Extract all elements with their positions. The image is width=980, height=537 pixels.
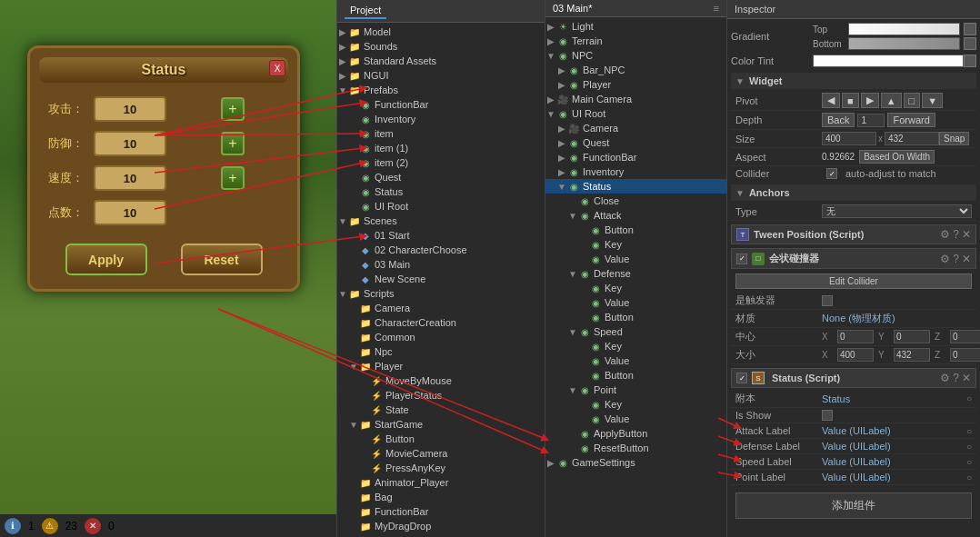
project-tree-item[interactable]: ◉Status (337, 184, 545, 199)
bottom-gradient-picker[interactable] (964, 37, 976, 50)
project-tree-item[interactable]: 📁Common (337, 330, 545, 344)
pivot-center-h[interactable]: ■ (842, 93, 859, 108)
collider-help-icon[interactable]: ? (953, 253, 959, 265)
add-component-button[interactable]: 添加组件 (735, 492, 972, 519)
scene-tree-item[interactable]: ◉Close (545, 194, 726, 208)
sx-input[interactable] (837, 348, 874, 362)
project-tree-item[interactable]: 📁CharacterCreation (337, 315, 545, 330)
scene-tree-item[interactable]: ◉Value (545, 412, 726, 426)
collider-component-header[interactable]: □ 会状碰撞器 ⚙ ? ✕ (731, 248, 976, 269)
sy-input[interactable] (894, 348, 930, 362)
scene-tree-item[interactable]: ▶◉FunctionBar (545, 150, 726, 164)
depth-back-btn[interactable]: Back (822, 113, 855, 127)
scene-tree-item[interactable]: ▼◉Status (545, 179, 726, 194)
color-tint-picker[interactable] (964, 55, 976, 67)
scene-tree-item[interactable]: ▶🎥Main Camera (545, 92, 726, 106)
close-button[interactable]: X (269, 60, 285, 76)
cx-input[interactable] (837, 330, 874, 343)
project-tree-item[interactable]: ▼📁Scenes (337, 214, 545, 228)
project-tree-item[interactable]: ◉item (2) (337, 155, 545, 170)
project-tree-item[interactable]: ▼📁Player (337, 359, 545, 373)
apply-button[interactable]: Apply (65, 244, 147, 275)
scene-tree-item[interactable]: ▼◉NPC (545, 48, 726, 63)
scene-tree-item[interactable]: ▶◉Inventory (545, 164, 726, 179)
scene-tree-item[interactable]: ▶◉Bar_NPC (545, 63, 726, 77)
edit-collider-button[interactable]: Edit Collider (735, 273, 972, 289)
status-script-header[interactable]: S Status (Script) ⚙ ? ✕ (731, 368, 976, 388)
is-show-checkbox[interactable] (822, 410, 833, 421)
project-tree-item[interactable]: ◆03 Main (337, 257, 545, 272)
project-tree-item[interactable]: ▶📁Sounds (337, 39, 545, 54)
project-tree-item[interactable]: 📁Camera (337, 301, 545, 315)
status-settings-icon[interactable]: ⚙ (940, 372, 950, 384)
size-width-input[interactable] (822, 132, 876, 145)
project-tree-item[interactable]: ⚡Button (337, 432, 545, 446)
project-tree-item[interactable]: ⚡State (337, 403, 545, 417)
anchors-section[interactable]: ▼ Anchors (731, 184, 976, 201)
is-trigger-checkbox[interactable] (822, 295, 833, 306)
scene-tree-item[interactable]: ◉Key (545, 339, 726, 353)
pivot-right[interactable]: ▶ (861, 93, 879, 108)
project-tab[interactable]: Project (345, 3, 386, 19)
project-tree-item[interactable]: ◉FunctionBar (337, 97, 545, 112)
scene-tree-item[interactable]: ▼◉Speed (545, 324, 726, 339)
scene-tree-item[interactable]: ▶☀Light (545, 19, 726, 34)
project-tree-item[interactable]: 📁Quest (337, 533, 545, 537)
top-gradient-picker[interactable] (964, 23, 976, 35)
project-tree-item[interactable]: ▼📁Prefabs (337, 83, 545, 97)
scene-tree-item[interactable]: ◉Button (545, 223, 726, 237)
collider-checkbox[interactable] (826, 168, 837, 179)
scene-menu-icon[interactable]: ≡ (714, 3, 719, 14)
cz-input[interactable] (950, 330, 980, 343)
status-script-checkbox[interactable] (736, 373, 747, 383)
size-height-input[interactable] (885, 132, 939, 145)
scene-content[interactable]: ▶☀Light▶◉Terrain▼◉NPC▶◉Bar_NPC▶◉Player▶🎥… (545, 17, 726, 537)
pivot-up[interactable]: ▲ (881, 93, 902, 108)
scene-tree-item[interactable]: ◉Key (545, 281, 726, 295)
scene-tree-item[interactable]: ◉ApplyButton (545, 426, 726, 441)
project-tree-item[interactable]: 📁FunctionBar (337, 504, 545, 519)
project-tree-item[interactable]: 📁Animator_Player (337, 475, 545, 490)
project-tree-item[interactable]: ◉Inventory (337, 112, 545, 126)
project-tree-item[interactable]: 📁Bag (337, 490, 545, 504)
scene-tree-item[interactable]: ◉ResetButton (545, 441, 726, 455)
project-tree-item[interactable]: ⚡PressAnyKey (337, 461, 545, 475)
tween-help-icon[interactable]: ? (953, 228, 959, 241)
project-tree-item[interactable]: ▼📁Scripts (337, 286, 545, 301)
scene-tree-item[interactable]: ◉Key (545, 237, 726, 252)
scene-tree-item[interactable]: ◉Value (545, 295, 726, 310)
scene-tree-item[interactable]: ▶◉GameSettings (545, 455, 726, 470)
pivot-middle-v[interactable]: □ (904, 93, 921, 108)
type-select[interactable]: 无 (822, 204, 972, 218)
cy-input[interactable] (894, 330, 930, 343)
widget-section[interactable]: ▼ Widget (731, 73, 976, 89)
depth-value-input[interactable] (857, 114, 885, 127)
scene-tree-item[interactable]: ◉Value (545, 252, 726, 266)
scene-tree-item[interactable]: ◉Button (545, 310, 726, 324)
scene-tree-item[interactable]: ▶🎥Camera (545, 121, 726, 135)
depth-forward-btn[interactable]: Forward (887, 113, 935, 127)
reset-button[interactable]: Reset (181, 244, 263, 275)
defense-plus-button[interactable]: + (221, 132, 245, 155)
project-tree-item[interactable]: ⚡PlayerStatus (337, 388, 545, 403)
scene-tree-item[interactable]: ▼◉Attack (545, 208, 726, 223)
defense-input[interactable] (94, 131, 166, 156)
based-on-button[interactable]: Based On Width (859, 150, 935, 164)
tween-position-header[interactable]: T Tween Position (Script) ⚙ ? ✕ (731, 224, 976, 244)
attack-plus-button[interactable]: + (221, 97, 245, 121)
project-tree-item[interactable]: ◆New Scene (337, 272, 545, 286)
scene-tree-item[interactable]: ▶◉Player (545, 77, 726, 92)
scene-tree-item[interactable]: ◉Button (545, 368, 726, 383)
collider-component-checkbox[interactable] (736, 254, 747, 264)
project-tree-item[interactable]: 📁Npc (337, 344, 545, 359)
pivot-down[interactable]: ▼ (922, 93, 943, 108)
project-tree-item[interactable]: ▶📁NGUI (337, 68, 545, 83)
project-tree-item[interactable]: ◆02 CharacterChoose (337, 243, 545, 257)
speed-plus-button[interactable]: + (221, 166, 245, 190)
attack-input[interactable] (94, 96, 166, 122)
scene-tree-item[interactable]: ▼◉Defense (545, 266, 726, 281)
scene-tree-item[interactable]: ◉Value (545, 353, 726, 368)
scene-tree-item[interactable]: ▼◉UI Root (545, 106, 726, 121)
scene-tree-item[interactable]: ▼◉Point (545, 383, 726, 397)
project-tree-item[interactable]: ▼📁StartGame (337, 417, 545, 432)
